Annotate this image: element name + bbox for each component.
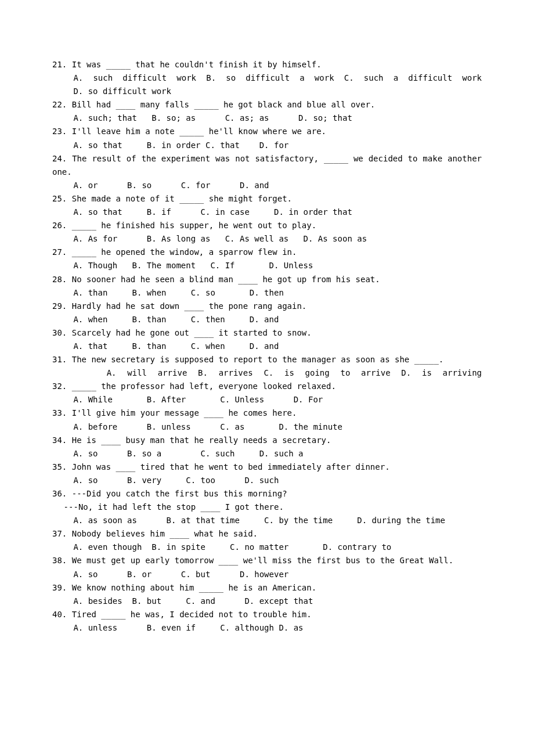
question-choices: A. such difficult work B. so difficult a…	[52, 71, 482, 85]
question-36: 36. ---Did you catch the first bus this …	[52, 487, 482, 527]
question-stem: 27. _____ he opened the window, a sparro…	[52, 246, 482, 259]
question-25: 25. She made a note of it _____ she migh…	[52, 192, 482, 219]
question-choices-line2: D. so difficult work	[52, 85, 482, 98]
question-choices: A. as soon as B. at that time C. by the …	[52, 514, 482, 527]
question-stem: 33. I'll give him your message ____ he c…	[52, 406, 482, 420]
question-stem: 25. She made a note of it _____ she migh…	[52, 192, 482, 206]
question-choices: A. As for B. As long as C. As well as D.…	[52, 232, 482, 246]
question-choices: A. so that B. if C. in case D. in order …	[52, 206, 482, 219]
question-stem: 29. Hardly had he sat down ____ the pone…	[52, 300, 482, 313]
question-28: 28. No sooner had he seen a blind man __…	[52, 273, 482, 300]
question-choices: A. than B. when C. so D. then	[52, 286, 482, 300]
question-stem: 34. He is ____ busy man that he really n…	[52, 434, 482, 447]
question-27: 27. _____ he opened the window, a sparro…	[52, 246, 482, 272]
question-choices: A. even though B. in spite C. no matter …	[52, 541, 482, 554]
question-choices: A. Though B. The moment C. If D. Unless	[52, 259, 482, 272]
question-choices: A. unless B. even if C. although D. as	[52, 621, 482, 635]
question-list: 21. It was _____ that he couldn't finish…	[52, 58, 482, 635]
question-choices: A. when B. than C. then D. and	[52, 313, 482, 326]
question-choices: A. such; that B. so; as C. as; as D. so;…	[52, 111, 482, 125]
question-stem: 23. I'll leave him a note _____ he'll kn…	[52, 125, 482, 138]
question-choices: A. so B. so a C. such D. such a	[52, 447, 482, 460]
question-choices: A. so that B. in order C. that D. for	[52, 139, 482, 152]
question-stem: 32. _____ the professor had left, everyo…	[52, 380, 482, 393]
question-39: 39. We know nothing about him _____ he i…	[52, 581, 482, 608]
question-stem: 30. Scarcely had he gone out ____ it sta…	[52, 326, 482, 340]
question-stem: 40. Tired _____ he was, I decided not to…	[52, 608, 482, 621]
question-stem: 36. ---Did you catch the first bus this …	[52, 487, 482, 501]
question-33: 33. I'll give him your message ____ he c…	[52, 406, 482, 433]
question-23: 23. I'll leave him a note _____ he'll kn…	[52, 125, 482, 152]
question-32: 32. _____ the professor had left, everyo…	[52, 380, 482, 406]
question-choices: A. so B. very C. too D. such	[52, 474, 482, 487]
question-stem: 31. The new secretary is supposed to rep…	[52, 353, 482, 366]
question-stem: 24. The result of the experiment was not…	[52, 152, 482, 179]
question-stem: 39. We know nothing about him _____ he i…	[52, 581, 482, 595]
question-stem: 22. Bill had ____ many falls _____ he go…	[52, 98, 482, 111]
question-stem: 37. Nobody believes him ____ what he sai…	[52, 527, 482, 541]
question-24: 24. The result of the experiment was not…	[52, 152, 482, 192]
question-30: 30. Scarcely had he gone out ____ it sta…	[52, 326, 482, 353]
question-stem: 38. We must get up early tomorrow ____ w…	[52, 554, 482, 567]
question-choices: A. before B. unless C. as D. the minute	[52, 420, 482, 434]
question-choices: A. so B. or C. but D. however	[52, 568, 482, 581]
question-37: 37. Nobody believes him ____ what he sai…	[52, 527, 482, 554]
question-choices: A. While B. After C. Unless D. For	[52, 393, 482, 406]
question-stem-line2: ---No, it had left the stop ____ I got t…	[52, 501, 482, 514]
question-34: 34. He is ____ busy man that he really n…	[52, 434, 482, 460]
question-22: 22. Bill had ____ many falls _____ he go…	[52, 98, 482, 125]
question-stem: 26. _____ he finished his supper, he wen…	[52, 219, 482, 232]
question-choices: A. besides B. but C. and D. except that	[52, 595, 482, 608]
question-stem: 35. John was ____ tired that he went to …	[52, 460, 482, 474]
question-choices: A. will arrive B. arrives C. is going to…	[52, 366, 482, 380]
question-stem: 28. No sooner had he seen a blind man __…	[52, 273, 482, 286]
question-stem: 21. It was _____ that he couldn't finish…	[52, 58, 482, 71]
question-choices: A. or B. so C. for D. and	[52, 179, 482, 192]
question-29: 29. Hardly had he sat down ____ the pone…	[52, 300, 482, 326]
question-choices: A. that B. than C. when D. and	[52, 340, 482, 353]
question-38: 38. We must get up early tomorrow ____ w…	[52, 554, 482, 581]
question-35: 35. John was ____ tired that he went to …	[52, 460, 482, 487]
question-21: 21. It was _____ that he couldn't finish…	[52, 58, 482, 98]
question-31: 31. The new secretary is supposed to rep…	[52, 353, 482, 380]
question-26: 26. _____ he finished his supper, he wen…	[52, 219, 482, 246]
question-40: 40. Tired _____ he was, I decided not to…	[52, 608, 482, 635]
